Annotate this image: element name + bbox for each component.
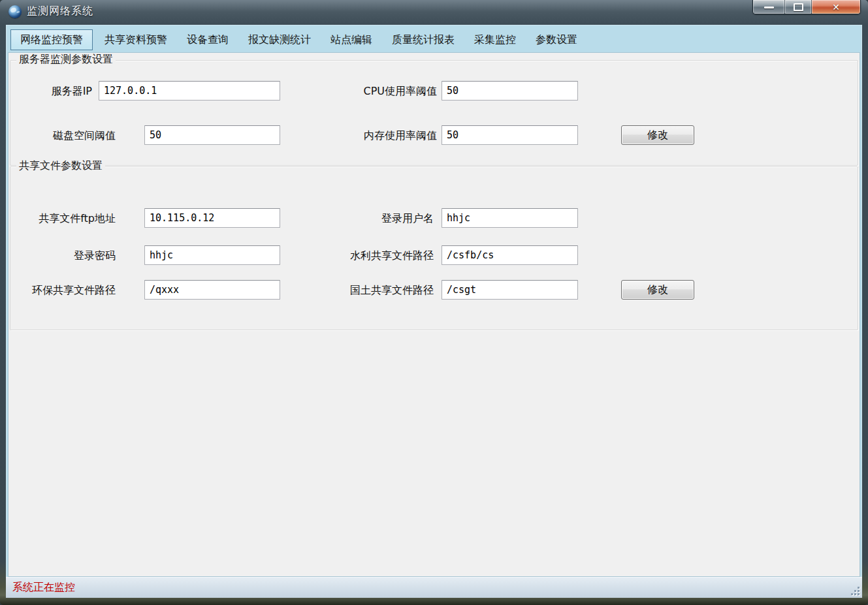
tab-control: 网络监控预警 共享资料预警 设备查询 报文缺测统计 站点编辑 质量统计报表 采集… bbox=[6, 25, 862, 598]
maximize-icon bbox=[794, 3, 803, 11]
tab-station-edit[interactable]: 站点编辑 bbox=[321, 29, 382, 50]
status-text: 系统正在监控 bbox=[12, 581, 75, 595]
water-share-path-label: 水利共享文件路径 bbox=[290, 249, 434, 263]
land-share-path-label: 国土共享文件路径 bbox=[290, 284, 434, 298]
login-password-input[interactable] bbox=[144, 245, 280, 265]
tab-network-monitoring-alert[interactable]: 网络监控预警 bbox=[10, 29, 93, 50]
resize-grip[interactable] bbox=[850, 586, 860, 595]
memory-threshold-input[interactable] bbox=[442, 125, 578, 145]
tab-strip: 网络监控预警 共享资料预警 设备查询 报文缺测统计 站点编辑 质量统计报表 采集… bbox=[10, 28, 858, 52]
title-bar: 监测网络系统 ✕ bbox=[0, 0, 868, 25]
env-share-path-input[interactable] bbox=[144, 280, 280, 300]
tab-quality-stats-report[interactable]: 质量统计报表 bbox=[382, 29, 464, 50]
cpu-threshold-label: CPU使用率阈值 bbox=[293, 85, 437, 99]
app-window: 监测网络系统 ✕ 网络监控预警 共享资料预警 设备查询 报文缺测统计 站点编辑 … bbox=[0, 0, 868, 605]
ftp-address-input[interactable] bbox=[144, 208, 280, 228]
login-username-label: 登录用户名 bbox=[290, 212, 434, 226]
tab-parameter-settings[interactable]: 参数设置 bbox=[526, 29, 587, 50]
server-ip-label: 服务器IP bbox=[11, 85, 92, 99]
maximize-button[interactable] bbox=[785, 0, 812, 14]
disk-threshold-label: 磁盘空间阈值 bbox=[11, 129, 116, 143]
minimize-icon bbox=[764, 7, 774, 8]
caption-buttons: ✕ bbox=[752, 0, 861, 14]
disk-threshold-input[interactable] bbox=[144, 125, 280, 145]
close-icon: ✕ bbox=[832, 3, 840, 12]
close-button[interactable]: ✕ bbox=[812, 0, 860, 14]
share-params-group-title: 共享文件参数设置 bbox=[16, 159, 105, 173]
server-ip-input[interactable] bbox=[99, 81, 280, 101]
server-params-groupbox bbox=[10, 60, 858, 166]
memory-threshold-label: 内存使用率阈值 bbox=[293, 129, 437, 143]
water-share-path-input[interactable] bbox=[442, 245, 578, 265]
login-username-input[interactable] bbox=[442, 208, 578, 228]
tab-device-query[interactable]: 设备查询 bbox=[177, 29, 238, 50]
tab-shared-data-alert[interactable]: 共享资料预警 bbox=[95, 29, 177, 50]
tab-page-network-monitoring: 服务器监测参数设置 服务器IP CPU使用率阈值 磁盘空间阈值 内存使用率阈值 … bbox=[8, 52, 860, 577]
server-params-modify-button[interactable]: 修改 bbox=[621, 125, 694, 145]
tab-message-missing-stats[interactable]: 报文缺测统计 bbox=[238, 29, 321, 50]
window-title: 监测网络系统 bbox=[27, 5, 93, 18]
cpu-threshold-input[interactable] bbox=[442, 81, 578, 101]
tab-collection-monitor[interactable]: 采集监控 bbox=[464, 29, 526, 50]
server-params-group-title: 服务器监测参数设置 bbox=[16, 53, 116, 67]
ftp-address-label: 共享文件ftp地址 bbox=[11, 212, 116, 226]
land-share-path-input[interactable] bbox=[442, 280, 578, 300]
share-params-modify-button[interactable]: 修改 bbox=[621, 280, 694, 300]
login-password-label: 登录密码 bbox=[11, 249, 116, 263]
minimize-button[interactable] bbox=[753, 0, 785, 14]
globe-icon bbox=[8, 5, 22, 18]
status-bar: 系统正在监控 bbox=[6, 577, 862, 598]
share-params-groupbox bbox=[10, 166, 858, 330]
env-share-path-label: 环保共享文件路径 bbox=[11, 284, 116, 298]
